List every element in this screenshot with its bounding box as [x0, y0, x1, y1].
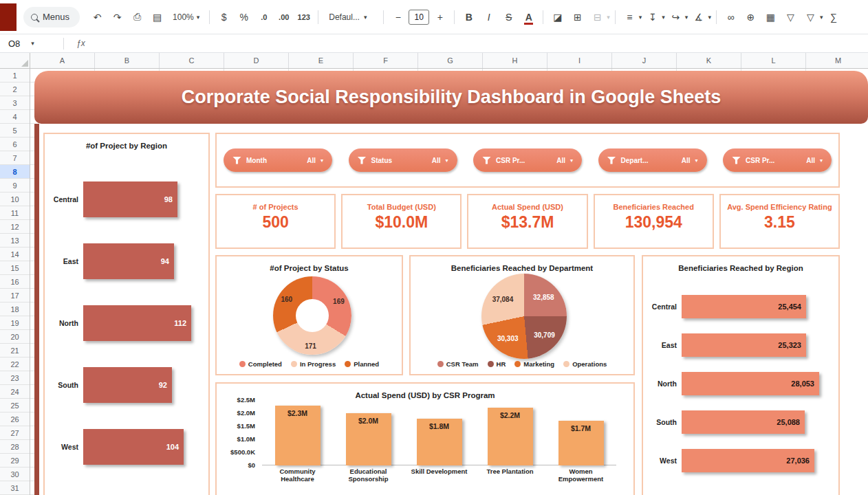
- name-box[interactable]: O8 ▾: [0, 38, 59, 49]
- column-header-A[interactable]: A: [30, 53, 95, 68]
- font-select[interactable]: Defaul... ▾: [323, 12, 378, 22]
- text-wrap-button[interactable]: ↪ ▾: [666, 8, 688, 26]
- row-header-7[interactable]: 7: [0, 151, 30, 165]
- text-color-button[interactable]: A: [519, 8, 538, 26]
- toolbar-divider: [318, 10, 318, 24]
- panel-spend-by-program[interactable]: Actual Spend (USD) by CSR Program $2.5M$…: [215, 382, 635, 495]
- font-size-input[interactable]: 10: [409, 10, 429, 25]
- plot-area: $2.3MCommunity Healthcare$2.0MEducationa…: [262, 400, 616, 465]
- panel-beneficiaries-by-region[interactable]: Beneficiaries Reached by Region Central2…: [642, 255, 840, 495]
- create-filter-button[interactable]: ▽: [781, 8, 800, 26]
- row-header-29[interactable]: 29: [0, 454, 30, 468]
- pie-graphic: 32,85830,70930,30337,084: [481, 274, 567, 359]
- row-header-12[interactable]: 12: [0, 220, 30, 234]
- column-header-D[interactable]: D: [224, 53, 289, 68]
- column-header-K[interactable]: K: [677, 53, 741, 68]
- row-header-19[interactable]: 19: [0, 316, 30, 330]
- donut-hole: [296, 299, 329, 332]
- filter-button-5[interactable]: CSR Pr...All▾: [723, 148, 832, 172]
- print-button[interactable]: ⎙: [128, 8, 147, 26]
- row-header-14[interactable]: 14: [0, 248, 30, 261]
- row-header-26[interactable]: 26: [0, 412, 30, 426]
- menus-button[interactable]: Menus: [23, 7, 80, 28]
- percent-format-button[interactable]: %: [235, 8, 253, 26]
- decrease-decimal-button[interactable]: .0: [254, 8, 273, 26]
- borders-button[interactable]: ⊞: [568, 8, 587, 26]
- row-header-10[interactable]: 10: [0, 192, 30, 206]
- row-header-15[interactable]: 15: [0, 261, 30, 275]
- row-header-6[interactable]: 6: [0, 138, 30, 151]
- vertical-align-button[interactable]: ↧ ▾: [643, 8, 665, 26]
- column-header-G[interactable]: G: [418, 53, 483, 68]
- undo-button[interactable]: ↶: [88, 8, 107, 26]
- filter-button-3[interactable]: CSR Pr...All▾: [473, 148, 582, 172]
- insert-chart-button[interactable]: ▦: [761, 8, 780, 26]
- filter-funnel-icon: [482, 157, 491, 164]
- row-header-8[interactable]: 8: [0, 165, 30, 179]
- currency-format-button[interactable]: $: [215, 8, 233, 26]
- filter-funnel-icon: [232, 157, 241, 164]
- filter-views-button[interactable]: ▽ ▾: [801, 8, 823, 26]
- panel-projects-by-region[interactable]: #of Project by Region Central98East94Nor…: [43, 133, 210, 495]
- text-rotation-button[interactable]: ∡ ▾: [689, 8, 711, 26]
- insert-link-button[interactable]: ∞: [721, 8, 740, 26]
- panel-projects-by-status[interactable]: #of Project by Status 169171160 Complete…: [215, 255, 403, 375]
- column-header-J[interactable]: J: [612, 53, 677, 68]
- row-header-23[interactable]: 23: [0, 371, 30, 385]
- column-header-H[interactable]: H: [483, 53, 547, 68]
- filter-button-1[interactable]: MonthAll▾: [224, 148, 332, 172]
- insert-comment-button[interactable]: ⊕: [741, 8, 760, 26]
- row-header-28[interactable]: 28: [0, 440, 30, 454]
- column-header-B[interactable]: B: [95, 53, 160, 68]
- bar-category-label: Community Healthcare: [265, 468, 331, 483]
- row-header-20[interactable]: 20: [0, 330, 30, 344]
- row-header-31[interactable]: 31: [0, 481, 30, 495]
- column-header-M[interactable]: M: [806, 53, 868, 68]
- row-header-5[interactable]: 5: [0, 124, 30, 138]
- bar-value-label: $2.2M: [488, 411, 533, 419]
- column-header-E[interactable]: E: [289, 53, 354, 68]
- row-header-24[interactable]: 24: [0, 385, 30, 399]
- row-header-16[interactable]: 16: [0, 275, 30, 289]
- row-header-25[interactable]: 25: [0, 399, 30, 412]
- row-header-1[interactable]: 1: [0, 69, 30, 82]
- row-header-2[interactable]: 2: [0, 82, 30, 96]
- paint-format-button[interactable]: ▤: [148, 8, 166, 26]
- active-cell-reference: O8: [8, 38, 20, 49]
- row-header-13[interactable]: 13: [0, 234, 30, 248]
- more-formats-button[interactable]: 123: [294, 8, 313, 26]
- select-all-corner[interactable]: [0, 53, 30, 68]
- italic-button[interactable]: I: [479, 8, 498, 26]
- legend-dot: [239, 361, 246, 367]
- row-header-9[interactable]: 9: [0, 179, 30, 192]
- bold-button[interactable]: B: [459, 8, 478, 26]
- column-header-C[interactable]: C: [160, 53, 224, 68]
- column-header-I[interactable]: I: [547, 53, 612, 68]
- horizontal-align-button[interactable]: ≡ ▾: [620, 8, 642, 26]
- formula-input[interactable]: [94, 34, 868, 52]
- row-header-18[interactable]: 18: [0, 302, 30, 316]
- merge-cells-button[interactable]: ⊟ ▾: [588, 8, 610, 26]
- decrease-font-size-button[interactable]: −: [389, 8, 407, 26]
- zoom-control[interactable]: 100% ▾: [168, 12, 204, 22]
- row-header-4[interactable]: 4: [0, 110, 30, 124]
- row-header-21[interactable]: 21: [0, 344, 30, 358]
- row-header-22[interactable]: 22: [0, 358, 30, 371]
- strikethrough-button[interactable]: S: [499, 8, 518, 26]
- panel-beneficiaries-by-department[interactable]: Beneficiaries Reached by Department 32,8…: [409, 255, 635, 375]
- increase-font-size-button[interactable]: +: [431, 8, 449, 26]
- row-header-17[interactable]: 17: [0, 289, 30, 302]
- functions-button[interactable]: ∑: [824, 8, 843, 26]
- increase-decimal-button[interactable]: .00: [274, 8, 293, 26]
- column-header-F[interactable]: F: [354, 53, 418, 68]
- row-header-3[interactable]: 3: [0, 96, 30, 110]
- redo-button[interactable]: ↷: [108, 8, 127, 26]
- row-header-30[interactable]: 30: [0, 468, 30, 481]
- fill-color-button[interactable]: ◪: [548, 8, 567, 26]
- row-header-11[interactable]: 11: [0, 206, 30, 220]
- filter-button-4[interactable]: Depart...All▾: [598, 148, 707, 172]
- row-header-27[interactable]: 27: [0, 426, 30, 440]
- filter-button-2[interactable]: StatusAll▾: [349, 148, 457, 172]
- sheet-area: 1234567891011121314151617181920212223242…: [0, 69, 868, 495]
- column-header-L[interactable]: L: [741, 53, 806, 68]
